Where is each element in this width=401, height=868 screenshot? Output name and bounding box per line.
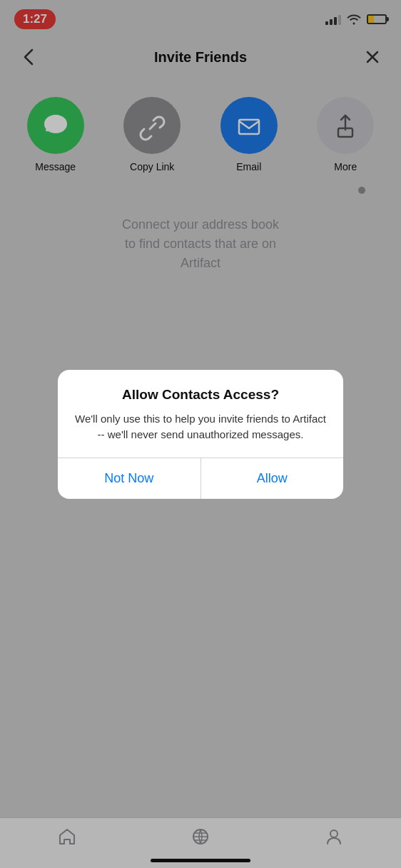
modal-actions: Not Now Allow — [58, 458, 343, 499]
modal-overlay: Allow Contacts Access? We'll only use th… — [0, 0, 401, 868]
not-now-button[interactable]: Not Now — [58, 458, 200, 499]
modal-message: We'll only use this to help you invite f… — [75, 411, 326, 443]
allow-button[interactable]: Allow — [201, 458, 344, 499]
modal-title: Allow Contacts Access? — [75, 387, 326, 403]
modal-body: Allow Contacts Access? We'll only use th… — [58, 370, 343, 458]
contacts-access-modal: Allow Contacts Access? We'll only use th… — [58, 370, 343, 499]
